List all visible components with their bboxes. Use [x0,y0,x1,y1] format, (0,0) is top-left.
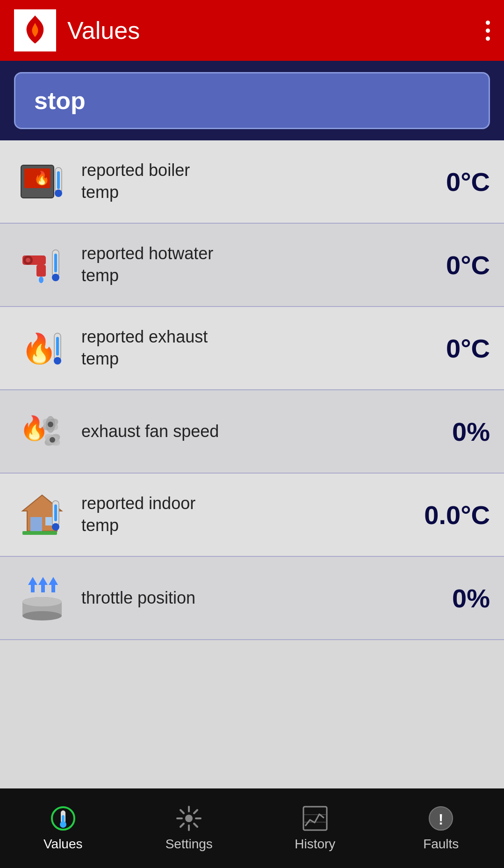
svg-rect-16 [56,337,59,356]
throttle-label: throttle position [81,587,396,609]
exhaust-temp-icon: 🔥 [14,320,70,376]
boiler-temp-icon: 🔥 [14,153,70,210]
svg-point-44 [185,815,193,822]
settings-icon [175,805,202,832]
nav-item-history[interactable]: History [252,788,378,868]
throttle-value: 0% [396,583,490,613]
settings-nav-label: Settings [166,837,213,852]
svg-marker-33 [28,577,37,592]
svg-marker-34 [38,577,48,592]
svg-rect-4 [57,171,60,189]
svg-point-5 [55,190,62,197]
boiler-temp-label: reported boilertemp [81,160,396,204]
overflow-menu-button[interactable] [486,21,490,41]
svg-point-17 [54,357,61,365]
hotwater-temp-label: reported hotwatertemp [81,243,396,287]
svg-point-38 [22,611,62,620]
svg-point-22 [48,422,53,427]
svg-point-31 [52,523,59,531]
sensor-row-indoor-temp: reported indoortemp 0.0°C [0,474,504,557]
svg-rect-32 [22,531,57,535]
sensor-list: 🔥 reported boilertemp 0°C [0,140,504,788]
sensor-row-throttle: throttle position 0% [0,557,504,640]
svg-line-52 [180,824,184,827]
svg-rect-12 [54,254,57,272]
nav-item-faults[interactable]: ! Faults [378,788,504,868]
exhaust-temp-label: reported exhausttemp [81,326,396,370]
svg-rect-27 [30,517,42,531]
throttle-icon [14,570,70,626]
bottom-nav: Values Settings [0,788,504,868]
svg-text:🔥: 🔥 [21,331,58,366]
svg-rect-7 [36,265,46,277]
page-title: Values [67,16,486,44]
svg-line-49 [180,810,184,813]
svg-rect-53 [303,807,327,830]
hotwater-temp-value: 0°C [396,250,490,280]
svg-point-25 [50,437,55,443]
faults-nav-label: Faults [423,837,459,852]
svg-text:!: ! [439,811,444,828]
history-nav-label: History [295,837,335,852]
svg-point-43 [60,821,66,828]
svg-marker-35 [49,577,58,592]
indoor-temp-value: 0.0°C [396,500,490,530]
indoor-temp-label: reported indoortemp [81,493,396,537]
app-logo [14,9,56,51]
boiler-temp-value: 0°C [396,167,490,197]
svg-text:🔥: 🔥 [34,170,50,186]
exhaust-temp-value: 0°C [396,333,490,364]
status-text: stop [34,87,86,114]
sensor-row-fan-speed: 🔥 exhaust fan speed 0% [0,390,504,474]
values-nav-label: Values [43,837,83,852]
svg-point-13 [52,274,59,281]
svg-point-9 [26,258,30,263]
nav-item-values[interactable]: Values [0,788,126,868]
svg-line-51 [194,810,197,813]
sensor-row-exhaust-temp: 🔥 reported exhausttemp 0°C [0,307,504,390]
status-button[interactable]: stop [14,72,490,129]
fan-speed-label: exhaust fan speed [81,421,396,443]
indoor-temp-icon [14,487,70,543]
fan-speed-value: 0% [396,416,490,447]
status-bar: stop [0,61,504,140]
svg-point-10 [39,277,43,283]
svg-rect-30 [54,504,57,521]
svg-point-39 [22,597,62,606]
svg-line-50 [194,824,197,827]
fan-speed-icon: 🔥 [14,403,70,460]
faults-icon: ! [427,805,454,832]
hotwater-temp-icon [14,237,70,293]
sensor-row-hotwater-temp: reported hotwatertemp 0°C [0,224,504,307]
history-icon [302,805,329,832]
values-icon [50,805,77,832]
nav-item-settings[interactable]: Settings [126,788,252,868]
app-header: Values [0,0,504,61]
sensor-row-boiler-temp: 🔥 reported boilertemp 0°C [0,140,504,224]
